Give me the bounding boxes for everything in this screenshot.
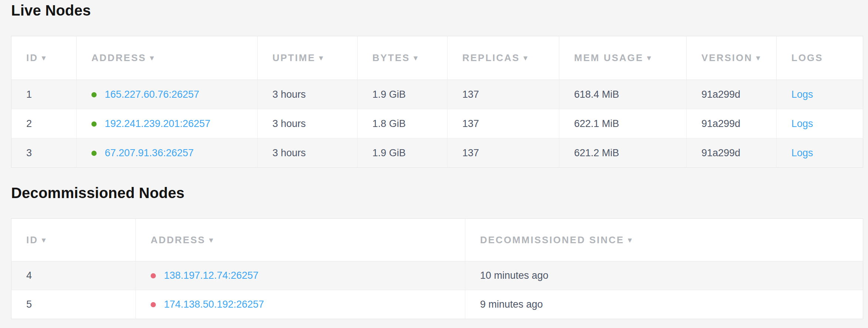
node-mem-usage-cell: 622.1 MiB: [559, 109, 687, 138]
node-id-cell: 5: [11, 290, 136, 319]
node-id-cell: 2: [11, 109, 77, 138]
sort-arrow-icon: ▾: [42, 236, 47, 244]
sort-arrow-icon: ▾: [756, 54, 761, 62]
node-replicas-cell: 137: [448, 80, 559, 109]
decommissioned-nodes-section: Decommissioned Nodes ID▾ ADDRESS▾ DECOMM…: [0, 185, 868, 319]
sort-arrow-icon: ▾: [209, 236, 214, 244]
node-decommissioned-since-cell: 9 minutes ago: [465, 290, 863, 319]
live-status-icon: [91, 151, 97, 156]
node-id-cell: 3: [11, 138, 77, 168]
node-mem-usage-cell: 618.4 MiB: [559, 80, 687, 109]
column-label: ADDRESS: [91, 52, 146, 63]
node-bytes-cell: 1.9 GiB: [358, 80, 448, 109]
column-label: ID: [26, 52, 38, 63]
node-logs-link[interactable]: Logs: [791, 118, 813, 129]
decom-col-header-address[interactable]: ADDRESS▾: [136, 219, 465, 261]
node-address-cell: 67.207.91.36:26257: [77, 138, 258, 168]
node-address-cell: 174.138.50.192:26257: [136, 290, 465, 319]
column-label: DECOMMISSIONED SINCE: [480, 234, 624, 245]
node-address-cell: 138.197.12.74:26257: [136, 261, 465, 290]
live-status-icon: [91, 92, 97, 97]
node-version-cell: 91a299d: [687, 138, 777, 168]
table-row: 2 192.241.239.201:26257 3 hours 1.8 GiB …: [11, 109, 863, 138]
node-address-cell: 192.241.239.201:26257: [77, 109, 258, 138]
live-nodes-title: Live Nodes: [11, 2, 868, 19]
node-logs-link[interactable]: Logs: [791, 89, 813, 100]
nodes-overview-page: Live Nodes ID▾ ADDRESS▾ UPTIME▾ BYTES▾ R…: [0, 2, 868, 319]
sort-arrow-icon: ▾: [647, 54, 652, 62]
live-col-header-id[interactable]: ID▾: [11, 36, 77, 80]
node-replicas-cell: 137: [448, 138, 559, 168]
node-address-link[interactable]: 174.138.50.192:26257: [164, 299, 264, 310]
node-uptime-cell: 3 hours: [258, 109, 358, 138]
sort-arrow-icon: ▾: [523, 54, 528, 62]
node-replicas-cell: 137: [448, 109, 559, 138]
sort-arrow-icon: ▾: [150, 54, 155, 62]
node-logs-link[interactable]: Logs: [791, 147, 813, 158]
live-col-header-replicas[interactable]: REPLICAS▾: [448, 36, 559, 80]
live-col-header-uptime[interactable]: UPTIME▾: [258, 36, 358, 80]
live-col-header-address[interactable]: ADDRESS▾: [77, 36, 258, 80]
node-bytes-cell: 1.8 GiB: [358, 109, 448, 138]
table-row: 4 138.197.12.74:26257 10 minutes ago: [11, 261, 863, 290]
decom-col-header-since[interactable]: DECOMMISSIONED SINCE▾: [465, 219, 863, 261]
live-col-header-version[interactable]: VERSION▾: [687, 36, 777, 80]
node-version-cell: 91a299d: [687, 80, 777, 109]
sort-arrow-icon: ▾: [414, 54, 419, 62]
live-status-icon: [91, 121, 97, 127]
node-address-link[interactable]: 165.227.60.76:26257: [105, 89, 199, 100]
node-mem-usage-cell: 621.2 MiB: [559, 138, 687, 168]
live-col-header-mem-usage[interactable]: MEM USAGE▾: [559, 36, 687, 80]
node-logs-cell: Logs: [777, 80, 863, 109]
live-col-header-logs: LOGS: [777, 36, 863, 80]
node-version-cell: 91a299d: [687, 109, 777, 138]
decommissioned-nodes-table: ID▾ ADDRESS▾ DECOMMISSIONED SINCE▾ 4 138…: [11, 218, 863, 319]
node-address-link[interactable]: 192.241.239.201:26257: [105, 118, 210, 129]
live-nodes-table: ID▾ ADDRESS▾ UPTIME▾ BYTES▾ REPLICAS▾ ME…: [11, 36, 863, 168]
live-col-header-bytes[interactable]: BYTES▾: [358, 36, 448, 80]
column-label: ID: [26, 234, 38, 245]
live-nodes-section: Live Nodes ID▾ ADDRESS▾ UPTIME▾ BYTES▾ R…: [0, 2, 868, 168]
node-address-cell: 165.227.60.76:26257: [77, 80, 258, 109]
node-uptime-cell: 3 hours: [258, 138, 358, 168]
column-label: REPLICAS: [462, 52, 520, 63]
live-nodes-table-header: ID▾ ADDRESS▾ UPTIME▾ BYTES▾ REPLICAS▾ ME…: [11, 36, 863, 80]
decom-col-header-id[interactable]: ID▾: [11, 219, 136, 261]
column-label: BYTES: [372, 52, 410, 63]
table-row: 5 174.138.50.192:26257 9 minutes ago: [11, 290, 863, 319]
table-row: 3 67.207.91.36:26257 3 hours 1.9 GiB 137…: [11, 138, 863, 168]
decommissioned-status-icon: [151, 302, 156, 307]
decommissioned-nodes-table-header: ID▾ ADDRESS▾ DECOMMISSIONED SINCE▾: [11, 219, 863, 261]
column-label: LOGS: [791, 52, 823, 63]
node-logs-cell: Logs: [777, 138, 863, 168]
node-address-link[interactable]: 67.207.91.36:26257: [105, 147, 194, 158]
sort-arrow-icon: ▾: [628, 236, 633, 244]
sort-arrow-icon: ▾: [319, 54, 324, 62]
node-bytes-cell: 1.9 GiB: [358, 138, 448, 168]
node-logs-cell: Logs: [777, 109, 863, 138]
node-decommissioned-since-cell: 10 minutes ago: [465, 261, 863, 290]
decommissioned-nodes-title: Decommissioned Nodes: [11, 185, 868, 201]
node-uptime-cell: 3 hours: [258, 80, 358, 109]
column-label: VERSION: [701, 52, 753, 63]
column-label: MEM USAGE: [574, 52, 643, 63]
node-id-cell: 1: [11, 80, 77, 109]
column-label: UPTIME: [272, 52, 315, 63]
table-row: 1 165.227.60.76:26257 3 hours 1.9 GiB 13…: [11, 80, 863, 109]
decommissioned-status-icon: [151, 273, 156, 278]
node-address-link[interactable]: 138.197.12.74:26257: [164, 270, 258, 281]
sort-arrow-icon: ▾: [42, 54, 47, 62]
column-label: ADDRESS: [151, 234, 205, 245]
node-id-cell: 4: [11, 261, 136, 290]
